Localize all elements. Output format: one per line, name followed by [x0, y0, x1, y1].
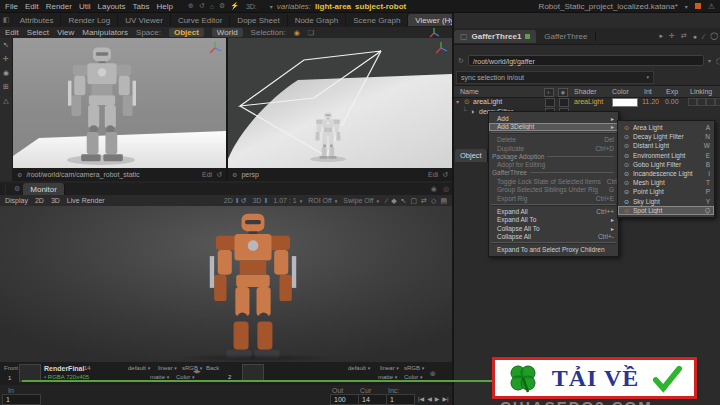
edit-label[interactable]: Edi — [428, 171, 438, 178]
toolbar-home-icon[interactable]: ⌂ — [210, 3, 214, 10]
goto-start-button[interactable]: |◀ — [418, 395, 424, 402]
menu-item-help[interactable]: Help — [156, 2, 172, 11]
record-icon[interactable]: ● — [693, 33, 697, 40]
menu-item-expand-to-and-select-proxy-children[interactable]: Expand To and Select Proxy Children — [489, 245, 618, 254]
menu-item-expand-all-to[interactable]: Expand All To▸ — [489, 215, 618, 224]
region-icon[interactable]: ▢ — [410, 197, 417, 205]
space-object-button[interactable]: Object — [169, 28, 204, 37]
monitor-menu-display[interactable]: Display — [5, 197, 28, 204]
warning-icon[interactable]: ⚠ — [708, 2, 715, 11]
solo-column-icon[interactable]: ◉ — [558, 88, 568, 97]
select-tool-icon[interactable]: ↖ — [3, 41, 9, 49]
refresh-icon[interactable]: ↻ — [458, 57, 464, 65]
expand-icon[interactable]: ▸ — [659, 32, 663, 40]
variable-value[interactable]: light-area — [315, 2, 351, 11]
tab-gafferthree1[interactable]: ▢ GafferThree1 — [454, 30, 536, 43]
menu-item-add[interactable]: Add▸ — [489, 114, 618, 123]
menu-item-distant-light[interactable]: ⊙Distant LightW — [618, 141, 714, 150]
menu-item-file[interactable]: File — [5, 2, 18, 11]
pane-split-icon[interactable]: ◉ — [428, 185, 440, 193]
selection-object-icon[interactable]: ❏ — [308, 29, 314, 37]
sync-selection-dropdown[interactable]: sync selection in/out▾ — [456, 71, 654, 84]
expander-icon[interactable]: ▾ — [456, 98, 459, 105]
menu-item-collapse-all-to[interactable]: Collapse All To▸ — [489, 224, 618, 233]
intensity-value[interactable]: 11.20 — [642, 98, 659, 105]
monitor-control-swipe-off[interactable]: Swipe Off▾ — [343, 197, 379, 204]
tab-monitor[interactable]: Monitor — [23, 183, 65, 195]
menu-item-mesh-light[interactable]: ⊙Mesh LightT — [618, 178, 714, 187]
in-frame-field[interactable]: 1 — [2, 394, 41, 405]
monitor-menu-live-render[interactable]: Live Render — [67, 197, 105, 204]
circle-icon[interactable]: ◯ — [716, 57, 720, 64]
menu-item-render[interactable]: Render — [46, 2, 72, 11]
viewport-camera[interactable] — [13, 38, 226, 168]
gear-icon[interactable]: ⚙ — [232, 171, 237, 178]
shader-value[interactable]: areaLight — [574, 98, 603, 105]
menu-item-edit[interactable]: Edit — [25, 2, 39, 11]
search-icon[interactable]: ◯ — [710, 32, 718, 40]
space-world-button[interactable]: World — [212, 28, 243, 37]
tab-node-graph[interactable]: Node Graph — [288, 14, 347, 26]
camera-path[interactable]: /root/world/cam/camera_robot_static — [26, 171, 139, 178]
monitor-render-view[interactable] — [0, 206, 452, 362]
linking-cell[interactable] — [715, 98, 720, 106]
menu-item-area-light[interactable]: ⊙Area LightA — [618, 123, 714, 132]
link-buffers-icon[interactable]: ⊛ — [430, 370, 436, 378]
pin-icon[interactable]: ✛ — [669, 32, 675, 40]
tab-uv-viewer[interactable]: UV Viewer — [118, 14, 171, 26]
menu-item-incandescence-light[interactable]: ⊙Incandescence LightI — [618, 169, 714, 178]
scene-path-input[interactable]: /root/world/lgt/gaffer — [468, 55, 704, 66]
view-default-dropdown[interactable]: default ▾ — [128, 365, 150, 371]
view-default-dropdown[interactable]: default ▾ — [348, 365, 370, 371]
col-name[interactable]: Name — [460, 88, 479, 95]
diamond-icon[interactable]: ◇ — [431, 197, 436, 205]
menu-item-expand-all[interactable]: Expand AllCtrl++ — [489, 207, 618, 216]
chevron-down-icon[interactable]: ▾ — [685, 3, 688, 10]
monitor-control-roi-off[interactable]: ROI Off▾ — [308, 197, 337, 204]
tab-render-log[interactable]: Render Log — [61, 14, 118, 26]
monitor-menu-2d[interactable]: 2D — [35, 197, 44, 204]
menu-item-spot-light[interactable]: ⊙Spot LightQ — [618, 206, 714, 215]
menu-item-collapse-all[interactable]: Collapse AllCtrl+- — [489, 233, 618, 242]
menu-item-layouts[interactable]: Layouts — [98, 2, 126, 11]
mute-checkbox[interactable] — [545, 98, 555, 107]
light-name[interactable]: areaLight — [473, 98, 502, 105]
tab-scene-graph[interactable]: Scene Graph — [346, 14, 408, 26]
viewer-menu-select[interactable]: Select — [27, 28, 49, 37]
linking-cell[interactable] — [697, 98, 706, 106]
viewer-menu-edit[interactable]: Edit — [5, 28, 19, 37]
viewport-divider[interactable] — [226, 38, 228, 181]
pane-menu-icon[interactable]: ◧ — [0, 16, 13, 24]
menu-item-add-3delight[interactable]: Add 3Delight▸ — [489, 123, 618, 132]
robot-model-camera-view[interactable] — [63, 46, 141, 164]
tab-dope-sheet[interactable]: Dope Sheet — [230, 14, 287, 26]
table-row-arealight[interactable]: ▾ ⊙ areaLight areaLight 11.20 0.00 — [454, 97, 720, 107]
solo-checkbox[interactable] — [559, 98, 569, 107]
linking-cell[interactable] — [706, 98, 715, 106]
menu-item-sky-light[interactable]: ⊙Sky LightY — [618, 197, 714, 206]
colorspace-dropdown[interactable]: sRGB ▾ — [404, 365, 424, 371]
rotate-tool-icon[interactable]: ◉ — [3, 69, 9, 77]
viewport-persp[interactable] — [228, 38, 452, 168]
toolbar-add-icon[interactable]: ⊕ — [188, 2, 194, 10]
gear-icon[interactable]: ⚙ — [11, 185, 23, 193]
col-linking[interactable]: Linking — [690, 88, 712, 95]
translate-tool-icon[interactable]: ✛ — [3, 55, 9, 63]
menu-item-environment-light[interactable]: ⊙Environment LightE — [618, 151, 714, 160]
menu-item-gobo-light-filter[interactable]: ⊙Gobo Light FilterB — [618, 160, 714, 169]
scale-tool-icon[interactable]: ⊞ — [3, 83, 9, 91]
current-frame-field[interactable]: 14 — [358, 394, 387, 405]
render-pass-name[interactable]: RenderFinal — [44, 365, 84, 372]
col-exp[interactable]: Exp — [666, 88, 678, 95]
monitor-control-3d[interactable]: 3D‖ — [252, 197, 267, 204]
selection-mode-icon[interactable]: ◉ — [294, 29, 300, 37]
toolbar-settings-icon[interactable]: ⚙ — [219, 2, 225, 10]
pointer-icon[interactable]: ↖ — [401, 197, 407, 205]
channels-icon[interactable]: ▤ — [440, 197, 447, 205]
linking-cell[interactable] — [688, 98, 697, 106]
line-tool-icon[interactable]: ∕ — [386, 197, 387, 204]
col-int[interactable]: Int — [644, 88, 652, 95]
monitor-control-2d[interactable]: 2D‖ ↺ — [224, 197, 247, 205]
transfer-dropdown[interactable]: linear ▾ — [158, 365, 177, 371]
reset-view-icon[interactable]: ↺ — [216, 171, 222, 179]
